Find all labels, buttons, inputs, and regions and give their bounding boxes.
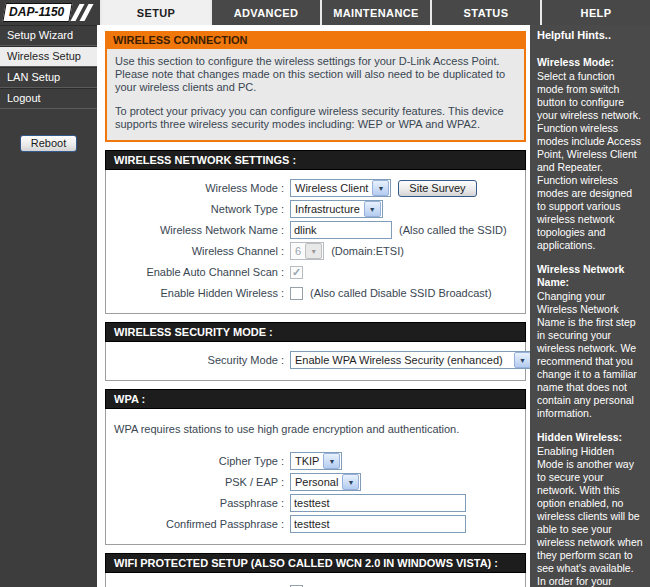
wireless-mode-label: Wireless Mode : bbox=[106, 182, 290, 194]
wpa-header: WPA : bbox=[105, 389, 526, 409]
cipher-type-value: TKIP bbox=[291, 455, 323, 467]
auto-channel-scan-checkbox: ✓ bbox=[290, 266, 303, 279]
wireless-channel-label: Wireless Channel : bbox=[106, 245, 290, 257]
intro-paragraph-1: Use this section to configure the wirele… bbox=[115, 55, 516, 94]
chevron-down-icon: ▼ bbox=[364, 201, 381, 217]
channel-domain-note: (Domain:ETSI) bbox=[331, 245, 404, 257]
chevron-down-icon: ▼ bbox=[305, 243, 322, 259]
hint-heading-hidden-wireless: Hidden Wireless: bbox=[537, 431, 643, 444]
network-settings-header: WIRELESS NETWORK SETTINGS : bbox=[105, 150, 526, 170]
wireless-channel-value: 6 bbox=[291, 245, 305, 257]
router-admin-page: DAP-1150 SETUP ADVANCED MAINTENANCE STAT… bbox=[0, 0, 650, 587]
chevron-down-icon: ▼ bbox=[514, 352, 530, 368]
wireless-mode-select[interactable]: Wireless Client ▼ bbox=[290, 179, 391, 197]
hint-body-wireless-mode: Select a function mode from switch butto… bbox=[537, 70, 643, 252]
security-mode-panel: Security Mode : Enable WPA Wireless Secu… bbox=[105, 342, 526, 381]
confirmed-passphrase-label: Confirmed Passphrase : bbox=[106, 518, 290, 530]
sidebar-item-wireless-setup[interactable]: Wireless Setup bbox=[0, 46, 97, 67]
hint-heading-wireless-mode: Wireless Mode: bbox=[537, 56, 643, 69]
wireless-mode-value: Wireless Client bbox=[291, 182, 372, 194]
tab-status[interactable]: STATUS bbox=[430, 0, 540, 25]
psk-eap-value: Personal bbox=[291, 476, 342, 488]
site-survey-button[interactable]: Site Survey bbox=[398, 180, 476, 197]
sidebar-item-logout[interactable]: Logout bbox=[0, 88, 97, 109]
ssid-input[interactable] bbox=[290, 221, 392, 239]
confirmed-passphrase-input[interactable] bbox=[290, 515, 466, 533]
security-mode-label: Security Mode : bbox=[106, 354, 290, 366]
wps-header: WIFI PROTECTED SETUP (ALSO CALLED WCN 2.… bbox=[105, 553, 526, 573]
security-mode-header: WIRELESS SECURITY MODE : bbox=[105, 322, 526, 342]
sidebar-item-setup-wizard[interactable]: Setup Wizard bbox=[0, 25, 97, 46]
device-model-label: DAP-1150 bbox=[9, 5, 64, 19]
chevron-down-icon: ▼ bbox=[323, 453, 340, 469]
wireless-connection-intro: Use this section to configure the wirele… bbox=[105, 49, 526, 142]
network-settings-panel: Wireless Mode : Wireless Client ▼ Site S… bbox=[105, 170, 526, 314]
passphrase-label: Passphrase : bbox=[106, 497, 290, 509]
wps-panel: Enable : ✓ bbox=[105, 573, 526, 587]
hidden-wireless-label: Enable Hidden Wireless : bbox=[106, 287, 290, 299]
hidden-wireless-note: (Also called Disable SSID Broadcast) bbox=[310, 287, 492, 299]
network-type-label: Network Type : bbox=[106, 203, 290, 215]
device-logo: DAP-1150 bbox=[0, 0, 100, 25]
hints-title: Helpful Hints.. bbox=[537, 29, 643, 42]
hint-heading-wireless-network-name: Wireless Network Name: bbox=[537, 263, 643, 289]
tab-maintenance[interactable]: MAINTENANCE bbox=[320, 0, 430, 25]
psk-eap-select[interactable]: Personal ▼ bbox=[290, 473, 361, 491]
network-type-value: Infrastructure bbox=[291, 203, 364, 215]
wireless-connection-header: WIRELESS CONNECTION bbox=[105, 31, 526, 49]
cipher-type-label: Cipher Type : bbox=[106, 455, 290, 467]
intro-paragraph-2: To protect your privacy you can configur… bbox=[115, 105, 516, 131]
nav-tabs: SETUP ADVANCED MAINTENANCE STATUS HELP bbox=[100, 0, 650, 25]
reboot-button[interactable]: Reboot bbox=[20, 135, 77, 152]
left-sidebar: Setup Wizard Wireless Setup LAN Setup Lo… bbox=[0, 25, 100, 587]
hint-body-hidden-wireless: Enabling Hidden Mode is another way to s… bbox=[537, 445, 643, 587]
wpa-description: WPA requires stations to use high grade … bbox=[106, 415, 525, 449]
helpful-hints-sidebar: Helpful Hints.. Wireless Mode: Select a … bbox=[530, 25, 650, 587]
hint-body-wireless-network-name: Changing your Wireless Network Name is t… bbox=[537, 290, 643, 420]
hidden-wireless-checkbox[interactable] bbox=[290, 287, 303, 300]
network-type-select[interactable]: Infrastructure ▼ bbox=[290, 200, 383, 218]
security-mode-value: Enable WPA Wireless Security (enhanced) bbox=[291, 354, 507, 366]
tab-help[interactable]: HELP bbox=[540, 0, 650, 25]
wpa-panel: WPA requires stations to use high grade … bbox=[105, 409, 526, 545]
top-nav: DAP-1150 SETUP ADVANCED MAINTENANCE STAT… bbox=[0, 0, 650, 25]
chevron-down-icon: ▼ bbox=[342, 474, 359, 490]
security-mode-select[interactable]: Enable WPA Wireless Security (enhanced) … bbox=[290, 351, 530, 369]
device-model-badge: DAP-1150 bbox=[2, 3, 72, 22]
wireless-channel-select: 6 ▼ bbox=[290, 242, 324, 260]
psk-eap-label: PSK / EAP : bbox=[106, 476, 290, 488]
main-content: WIRELESS CONNECTION Use this section to … bbox=[100, 25, 530, 587]
cipher-type-select[interactable]: TKIP ▼ bbox=[290, 452, 342, 470]
auto-channel-scan-label: Enable Auto Channel Scan : bbox=[106, 266, 290, 278]
chevron-down-icon: ▼ bbox=[372, 180, 389, 196]
sidebar-item-lan-setup[interactable]: LAN Setup bbox=[0, 67, 97, 88]
passphrase-input[interactable] bbox=[290, 494, 466, 512]
ssid-note: (Also called the SSID) bbox=[399, 224, 507, 236]
tab-advanced[interactable]: ADVANCED bbox=[210, 0, 320, 25]
ssid-label: Wireless Network Name : bbox=[106, 224, 290, 236]
tab-setup[interactable]: SETUP bbox=[100, 0, 210, 25]
